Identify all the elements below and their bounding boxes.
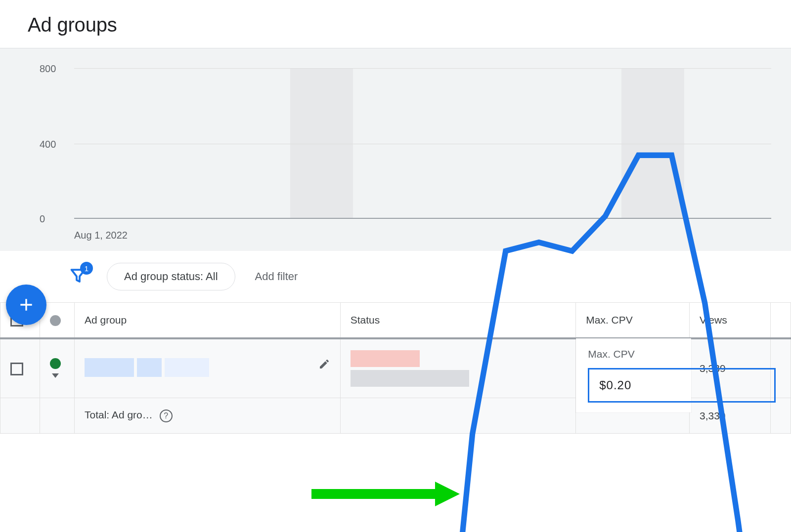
y-tick-label: 800 <box>40 63 56 75</box>
column-header-spacer <box>771 303 791 339</box>
filter-count-badge: 1 <box>80 262 93 275</box>
filter-button[interactable]: 1 <box>69 267 87 286</box>
row-spacer <box>771 398 791 433</box>
page-header: Ad groups <box>0 0 791 48</box>
max-cpv-cell[interactable]: Max. CPV $0.20 <box>576 338 690 433</box>
x-axis-start-label: Aug 1, 2022 <box>74 230 128 241</box>
add-button[interactable] <box>6 285 46 325</box>
row-checkbox[interactable] <box>0 338 40 398</box>
row-status-toggle[interactable] <box>40 338 75 398</box>
cpv-editor-label: Max. CPV <box>588 348 679 360</box>
total-spacer <box>40 398 75 433</box>
svg-marker-1 <box>435 482 460 506</box>
annotation-arrow <box>311 479 460 509</box>
chevron-down-icon <box>52 373 59 378</box>
cpv-editor-popover: Max. CPV $0.20 <box>576 338 691 412</box>
total-spacer <box>0 398 40 433</box>
status-dot-icon <box>50 358 61 369</box>
page-title: Ad groups <box>28 14 791 36</box>
chart-line <box>74 68 771 532</box>
plus-icon <box>16 295 36 315</box>
cpv-input[interactable]: $0.20 <box>588 368 776 403</box>
y-tick-label: 0 <box>40 213 45 225</box>
checkbox-icon <box>10 363 23 375</box>
y-tick-label: 400 <box>40 138 56 150</box>
performance-chart: 800 400 0 Aug 1, 2022 <box>0 48 791 251</box>
status-dot-icon <box>50 315 61 326</box>
